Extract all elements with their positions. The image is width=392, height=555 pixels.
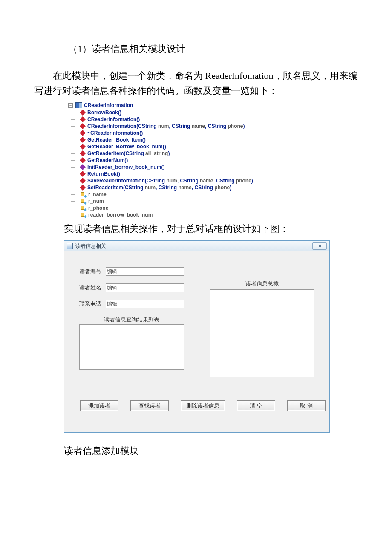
method-icon xyxy=(80,123,86,129)
method-signature: SaveReaderInformation(CString num, CStri… xyxy=(87,178,253,184)
result-list-box[interactable] xyxy=(79,324,184,370)
tree-method-GetReaderItem[interactable]: GetReaderItem(CString all_string) xyxy=(81,150,358,157)
tree-method-InitReader_borrow_book_num[interactable]: InitReader_borrow_book_num() xyxy=(81,164,358,171)
tree-method-SaveReaderInformation[interactable]: SaveReaderInformation(CString num, CStri… xyxy=(81,177,358,184)
overview-box[interactable] xyxy=(210,289,314,377)
tree-var-reader_borrow_book_num[interactable]: reader_borrow_book_num xyxy=(81,211,358,218)
method-icon xyxy=(80,110,86,116)
subsection-heading: 读者信息添加模块 xyxy=(64,445,358,457)
method-icon xyxy=(80,116,86,122)
label-reader-id: 读者编号 xyxy=(79,268,106,275)
label-reader-phone: 联系电话 xyxy=(79,300,106,308)
tree-var-r_name[interactable]: r_name xyxy=(81,191,358,198)
dialog-title: 读者信息相关 xyxy=(75,243,312,250)
tree-method-GetReaderNum[interactable]: GetReaderNum() xyxy=(81,157,358,164)
tree-method-~CReaderInformation[interactable]: ~CReaderInformation() xyxy=(81,130,358,136)
method-icon xyxy=(80,130,86,136)
section-heading: （1）读者信息相关模块设计 xyxy=(68,43,358,55)
tree-method-BorrowBook[interactable]: BorrowBook() xyxy=(81,109,358,116)
app-icon xyxy=(67,243,73,249)
dialog-titlebar: 读者信息相关 ✕ xyxy=(64,241,329,251)
delete-reader-button[interactable]: 删除读者信息 xyxy=(181,400,225,411)
label-overview: 读者信息总揽 xyxy=(210,280,314,288)
method-signature: GetReader_Borrow_book_num() xyxy=(87,144,166,150)
method-icon xyxy=(80,150,86,156)
add-reader-button[interactable]: 添加读者 xyxy=(80,400,118,411)
tree-method-SetReaderItem[interactable]: SetReaderItem(CString num, CString name,… xyxy=(81,184,358,191)
method-icon xyxy=(80,144,86,150)
method-icon xyxy=(80,171,86,177)
method-signature: GetReaderNum() xyxy=(87,157,128,163)
method-signature: GetReader_Book_Item() xyxy=(87,137,146,143)
method-signature: CReaderInformation() xyxy=(87,116,140,122)
cancel-button[interactable]: 取 消 xyxy=(287,400,326,411)
clear-button[interactable]: 清 空 xyxy=(237,400,275,411)
variable-icon xyxy=(81,206,86,210)
variable-name: reader_borrow_book_num xyxy=(88,212,153,218)
variable-name: r_name xyxy=(88,191,107,197)
find-reader-button[interactable]: 查找读者 xyxy=(130,400,169,411)
input-reader-phone[interactable] xyxy=(106,300,184,308)
method-icon xyxy=(80,178,86,184)
class-tree: − CReaderInformation BorrowBook()CReader… xyxy=(68,102,358,218)
tree-var-r_phone[interactable]: r_phone xyxy=(81,205,358,211)
input-reader-id[interactable] xyxy=(106,267,184,276)
method-icon xyxy=(80,157,86,163)
method-signature: BorrowBook() xyxy=(87,110,121,116)
method-icon xyxy=(80,185,86,191)
input-reader-name[interactable] xyxy=(106,283,184,292)
class-name: CReaderInformation xyxy=(84,102,133,108)
method-icon xyxy=(80,164,86,170)
method-signature: GetReaderItem(CString all_string) xyxy=(87,150,170,156)
dialog-caption: 实现读者信息相关操作，对于总对话框的设计如下图： xyxy=(64,223,358,235)
tree-method-CReaderInformation[interactable]: CReaderInformation() xyxy=(81,116,358,123)
method-icon xyxy=(80,137,86,143)
variable-icon xyxy=(81,199,86,203)
close-button[interactable]: ✕ xyxy=(312,242,327,250)
tree-method-ReturnBook[interactable]: ReturnBook() xyxy=(81,171,358,177)
method-signature: ReturnBook() xyxy=(87,171,120,177)
tree-method-GetReader_Borrow_book_num[interactable]: GetReader_Borrow_book_num() xyxy=(81,143,358,150)
variable-name: r_phone xyxy=(88,205,108,211)
label-reader-name: 读者姓名 xyxy=(79,284,106,292)
class-icon xyxy=(75,102,82,108)
tree-method-GetReader_Book_Item[interactable]: GetReader_Book_Item() xyxy=(81,136,358,143)
tree-var-r_num[interactable]: r_num xyxy=(81,198,358,205)
tree-root-node[interactable]: − CReaderInformation xyxy=(68,102,358,108)
reader-info-dialog: 读者信息相关 ✕ 读者编号 读者姓名 联 xyxy=(64,240,330,433)
variable-name: r_num xyxy=(88,198,104,204)
dialog-group: 读者编号 读者姓名 联系电话 读者信息查询结果列表 xyxy=(69,256,325,428)
minus-icon[interactable]: − xyxy=(68,103,73,108)
label-result-list: 读者信息查询结果列表 xyxy=(79,316,184,324)
method-signature: CReaderInformation(CString num, CString … xyxy=(87,123,245,129)
variable-icon xyxy=(81,192,86,197)
method-signature: InitReader_borrow_book_num() xyxy=(87,164,164,170)
tree-method-CReaderInformation[interactable]: CReaderInformation(CString num, CString … xyxy=(81,123,358,130)
variable-icon xyxy=(81,213,86,217)
intro-paragraph: 在此模块中，创建一个新类，命名为 ReaderInfomation，顾名思义，用… xyxy=(34,68,358,98)
method-signature: SetReaderItem(CString num, CString name,… xyxy=(87,185,231,191)
method-signature: ~CReaderInformation() xyxy=(87,130,143,136)
